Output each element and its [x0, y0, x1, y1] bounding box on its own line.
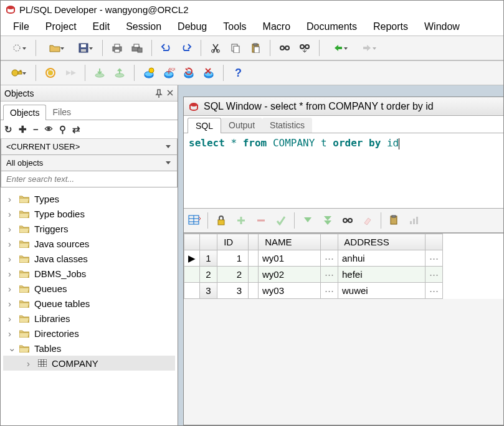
logon-button[interactable] — [4, 65, 29, 81]
menu-session[interactable]: Session — [118, 20, 169, 34]
cell-address[interactable]: wuwei — [338, 283, 426, 299]
cell-button[interactable] — [249, 250, 259, 267]
cell-button[interactable]: ⋯ — [321, 267, 338, 283]
new-button[interactable] — [4, 40, 29, 56]
cell-name[interactable]: wy02 — [259, 267, 321, 283]
tree-node-triggers[interactable]: ›Triggers — [3, 221, 175, 236]
refresh-icon[interactable]: ↻ — [4, 124, 12, 135]
expand-icon[interactable]: › — [27, 358, 36, 369]
tree-node-queues[interactable]: ›Queues — [3, 281, 175, 296]
forward-button[interactable] — [354, 40, 379, 56]
sql-editor[interactable]: select * from COMPANY t order by id — [184, 133, 503, 208]
cell-button[interactable]: ⋯ — [321, 250, 338, 267]
cut-button[interactable] — [207, 40, 224, 56]
expand-icon[interactable]: › — [8, 239, 17, 249]
chart-icon[interactable] — [407, 214, 421, 227]
cell-address[interactable]: anhui — [338, 250, 426, 267]
cell-name[interactable]: wy01 — [259, 250, 321, 267]
save-button[interactable] — [71, 40, 96, 56]
row-header[interactable]: 1 — [200, 250, 217, 267]
find-button[interactable] — [277, 40, 293, 56]
menu-project[interactable]: Project — [38, 20, 84, 34]
redo-button[interactable] — [178, 40, 194, 56]
column-header-address[interactable]: ADDRESS — [338, 234, 426, 250]
tree-node-dbms_jobs[interactable]: ›DBMS_Jobs — [3, 266, 175, 281]
paste-button[interactable] — [247, 40, 264, 56]
expand-icon[interactable]: › — [8, 268, 17, 279]
tree-node-directories[interactable]: ›Directories — [3, 326, 175, 341]
search-input[interactable] — [1, 171, 177, 187]
expand-icon[interactable]: › — [8, 194, 17, 204]
cell-id[interactable]: 1 — [217, 250, 249, 267]
results-grid[interactable]: ID NAME ADDRESS▶11wy01⋯anhui⋯22wy02⋯hefe… — [184, 233, 503, 299]
search-box[interactable] — [1, 171, 178, 187]
rollback-button[interactable] — [112, 65, 128, 81]
table-row[interactable]: 33wy03⋯wuwei⋯ — [184, 283, 443, 299]
print-button[interactable] — [109, 40, 125, 56]
clear-icon[interactable] — [361, 214, 374, 227]
expand-icon[interactable]: ⌄ — [8, 343, 17, 354]
add-row-icon[interactable] — [234, 214, 248, 227]
menu-window[interactable]: Window — [417, 20, 467, 34]
help-button[interactable]: ? — [230, 65, 246, 81]
tree-node-table-company[interactable]: ›COMPANY — [3, 356, 175, 371]
menu-file[interactable]: File — [6, 20, 37, 34]
commit-button[interactable] — [92, 65, 108, 81]
delete-row-icon[interactable] — [254, 214, 268, 227]
cell-name[interactable]: wy03 — [259, 283, 321, 299]
cell-button[interactable]: ⋯ — [426, 283, 443, 299]
print-setup-button[interactable] — [129, 40, 145, 56]
row-header[interactable]: 3 — [200, 283, 217, 299]
grid-icon[interactable] — [188, 214, 201, 227]
menu-macro[interactable]: Macro — [255, 20, 298, 34]
cell-id[interactable]: 2 — [217, 267, 249, 283]
user-combo[interactable]: <CURRENT USER> — [1, 139, 178, 155]
tree-icon[interactable]: ⇄ — [72, 124, 80, 135]
cell-id[interactable]: 3 — [217, 283, 249, 299]
menu-tools[interactable]: Tools — [216, 20, 254, 34]
tab-objects[interactable]: Objects — [3, 105, 46, 120]
export-icon[interactable] — [388, 214, 401, 227]
close-icon[interactable] — [166, 89, 174, 97]
menu-reports[interactable]: Reports — [366, 20, 416, 34]
tab-sql[interactable]: SQL — [188, 118, 221, 133]
table-row[interactable]: 22wy02⋯hefei⋯ — [184, 267, 443, 283]
object-tree[interactable]: ›Types›Type bodies›Triggers›Java sources… — [1, 187, 178, 425]
expand-icon[interactable]: › — [8, 328, 17, 339]
filter-combo[interactable]: All objects — [1, 155, 178, 171]
expand-icon[interactable]: › — [8, 298, 17, 309]
table-row[interactable]: ▶11wy01⋯anhui⋯ — [184, 250, 443, 267]
new-obj-icon[interactable]: ✚ — [19, 124, 27, 135]
cell-button[interactable]: ⋯ — [321, 283, 338, 299]
tree-node-java-sources[interactable]: ›Java sources — [3, 236, 175, 251]
execute-button[interactable] — [42, 65, 59, 81]
tree-node-queue-tables[interactable]: ›Queue tables — [3, 296, 175, 311]
row-header[interactable]: 2 — [200, 267, 217, 283]
back-button[interactable] — [326, 40, 351, 56]
expand-icon[interactable]: › — [8, 313, 17, 324]
expand-icon[interactable]: › — [8, 253, 17, 264]
cell-button[interactable]: ⋯ — [426, 267, 443, 283]
tree-node-libraries[interactable]: ›Libraries — [3, 311, 175, 326]
db-button-2[interactable]: SQL — [161, 65, 177, 81]
menu-edit[interactable]: Edit — [85, 20, 118, 34]
column-resize[interactable] — [426, 234, 443, 250]
expand-icon[interactable]: › — [8, 283, 17, 294]
expand-icon[interactable]: › — [8, 224, 17, 234]
remove-obj-icon[interactable]: − — [33, 124, 39, 135]
column-resize[interactable] — [321, 234, 338, 250]
tree-node-tables[interactable]: ⌄Tables — [3, 341, 175, 356]
menu-documents[interactable]: Documents — [299, 20, 364, 34]
column-header-id[interactable]: ID — [217, 234, 249, 250]
tab-files[interactable]: Files — [46, 105, 77, 120]
tree-node-java-classes[interactable]: ›Java classes — [3, 251, 175, 266]
db-button-1[interactable] — [141, 65, 157, 81]
cell-button[interactable]: ⋯ — [426, 250, 443, 267]
break-button[interactable] — [62, 65, 78, 81]
expand-icon[interactable]: › — [8, 209, 17, 219]
find-obj-icon[interactable]: 👁 — [45, 125, 53, 134]
cell-button[interactable] — [249, 267, 259, 283]
find-next-button[interactable] — [297, 40, 313, 56]
post-icon[interactable] — [274, 214, 288, 227]
query-by-example-icon[interactable] — [341, 214, 354, 227]
